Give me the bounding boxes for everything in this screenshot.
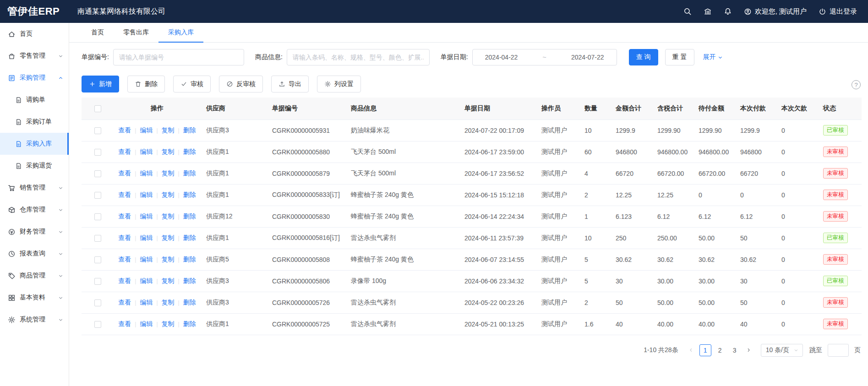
product-info-input[interactable] [287, 49, 430, 65]
sidebar-item-purchase-inbound[interactable]: 采购入库 [0, 133, 69, 155]
delete-link[interactable]: 删除 [175, 191, 196, 198]
help-icon[interactable]: ? [852, 80, 861, 89]
edit-link[interactable]: 编辑 [131, 169, 153, 177]
edit-link[interactable]: 编辑 [131, 191, 153, 198]
view-link[interactable]: 查看 [118, 169, 131, 177]
qty-cell: 10 [579, 227, 610, 249]
sidebar-item-home[interactable]: 首页 [0, 23, 69, 45]
delete-link[interactable]: 删除 [175, 126, 196, 134]
view-link[interactable]: 查看 [118, 148, 131, 155]
row-checkbox[interactable] [94, 278, 101, 285]
delete-link[interactable]: 删除 [175, 212, 196, 220]
sidebar-item-purchase-order[interactable]: 采购订单 [0, 111, 69, 133]
prev-page-button[interactable] [686, 347, 697, 353]
copy-link[interactable]: 复制 [153, 126, 174, 134]
tab-purchase-inbound[interactable]: 采购入库 [158, 23, 203, 42]
unaudit-button[interactable]: 反审核 [219, 76, 263, 92]
row-checkbox[interactable] [94, 235, 101, 242]
sidebar-group-purchase[interactable]: 采购管理 [0, 67, 69, 89]
sidebar-item-label: 采购入库 [26, 140, 52, 148]
row-checkbox[interactable] [94, 192, 101, 199]
doc-no-input[interactable] [113, 49, 244, 65]
sidebar-item-system[interactable]: 系统管理 [0, 309, 69, 331]
view-link[interactable]: 查看 [118, 212, 131, 220]
row-checkbox[interactable] [94, 127, 101, 134]
edit-link[interactable]: 编辑 [131, 299, 153, 306]
copy-link[interactable]: 复制 [153, 299, 174, 306]
export-button[interactable]: 导出 [271, 76, 309, 92]
copy-link[interactable]: 复制 [153, 169, 174, 177]
sidebar-item-purchase-return[interactable]: 采购退货 [0, 155, 69, 177]
delete-link[interactable]: 删除 [175, 148, 196, 155]
reset-button[interactable]: 重 置 [665, 49, 694, 65]
view-link[interactable]: 查看 [118, 256, 131, 263]
next-page-button[interactable] [743, 347, 754, 353]
edit-link[interactable]: 编辑 [131, 148, 153, 155]
select-all-checkbox[interactable] [94, 105, 101, 112]
edit-link[interactable]: 编辑 [131, 234, 153, 241]
column-settings-button[interactable]: 列设置 [317, 76, 361, 92]
jump-page-input[interactable] [828, 344, 849, 357]
sidebar-item-purchase-request[interactable]: 请购单 [0, 89, 69, 111]
debt-cell: 0 [776, 184, 818, 206]
delete-link[interactable]: 删除 [175, 169, 196, 177]
date-to-value[interactable]: 2024-07-22 [571, 54, 604, 61]
copy-link[interactable]: 复制 [153, 320, 174, 327]
add-button[interactable]: 新增 [82, 76, 119, 92]
copy-link[interactable]: 复制 [153, 212, 174, 220]
delete-link[interactable]: 删除 [175, 256, 196, 263]
tab-home[interactable]: 首页 [82, 23, 114, 42]
user-menu[interactable]: 欢迎您, 测试用户 [744, 7, 807, 16]
edit-link[interactable]: 编辑 [131, 126, 153, 134]
sidebar-item-goods[interactable]: 商品管理 [0, 265, 69, 287]
view-link[interactable]: 查看 [118, 234, 131, 241]
date-range-picker[interactable]: 2024-04-22 ~ 2024-07-22 [472, 49, 617, 65]
row-checkbox[interactable] [94, 149, 101, 156]
sidebar-item-label: 请购单 [26, 96, 45, 104]
row-checkbox[interactable] [94, 213, 101, 220]
view-link[interactable]: 查看 [118, 299, 131, 306]
sidebar-item-retail[interactable]: 零售管理 [0, 45, 69, 67]
row-checkbox[interactable] [94, 299, 101, 306]
search-button[interactable]: 查 询 [629, 49, 658, 65]
view-link[interactable]: 查看 [118, 126, 131, 134]
page-button-2[interactable]: 2 [714, 344, 726, 356]
sidebar-item-report[interactable]: 报表查询 [0, 243, 69, 265]
delete-button[interactable]: 删除 [127, 76, 165, 92]
logout-button[interactable]: 退出登录 [819, 7, 857, 16]
bank-icon[interactable] [704, 7, 712, 16]
row-checkbox[interactable] [94, 256, 101, 263]
tab-retail-outbound[interactable]: 零售出库 [114, 23, 158, 42]
row-checkbox[interactable] [94, 170, 101, 177]
sidebar-item-sales[interactable]: 销售管理 [0, 177, 69, 199]
page-button-3[interactable]: 3 [729, 344, 741, 356]
sidebar-item-warehouse[interactable]: 仓库管理 [0, 199, 69, 221]
delete-link[interactable]: 删除 [175, 320, 196, 327]
copy-link[interactable]: 复制 [153, 148, 174, 155]
copy-link[interactable]: 复制 [153, 256, 174, 263]
copy-link[interactable]: 复制 [153, 234, 174, 241]
page-size-select[interactable]: 10 条/页 [761, 344, 803, 357]
copy-link[interactable]: 复制 [153, 191, 174, 198]
delete-link[interactable]: 删除 [175, 277, 196, 284]
edit-link[interactable]: 编辑 [131, 320, 153, 327]
view-link[interactable]: 查看 [118, 320, 131, 327]
search-icon[interactable] [683, 7, 692, 16]
bell-icon[interactable] [724, 7, 732, 16]
delete-link[interactable]: 删除 [175, 299, 196, 306]
edit-link[interactable]: 编辑 [131, 256, 153, 263]
edit-link[interactable]: 编辑 [131, 277, 153, 284]
delete-link[interactable]: 删除 [175, 234, 196, 241]
row-checkbox[interactable] [94, 321, 101, 328]
view-link[interactable]: 查看 [118, 191, 131, 198]
page-button-1[interactable]: 1 [699, 344, 711, 356]
sidebar-item-finance[interactable]: 财务管理 [0, 221, 69, 243]
copy-link[interactable]: 复制 [153, 277, 174, 284]
view-link[interactable]: 查看 [118, 277, 131, 284]
date-from-value[interactable]: 2024-04-22 [485, 54, 518, 61]
audit-button[interactable]: 审核 [173, 76, 211, 92]
sidebar-item-basic-data[interactable]: 基本资料 [0, 287, 69, 309]
edit-link[interactable]: 编辑 [131, 212, 153, 220]
jump-label: 跳至 [809, 346, 822, 354]
expand-link[interactable]: 展开 [703, 53, 723, 61]
